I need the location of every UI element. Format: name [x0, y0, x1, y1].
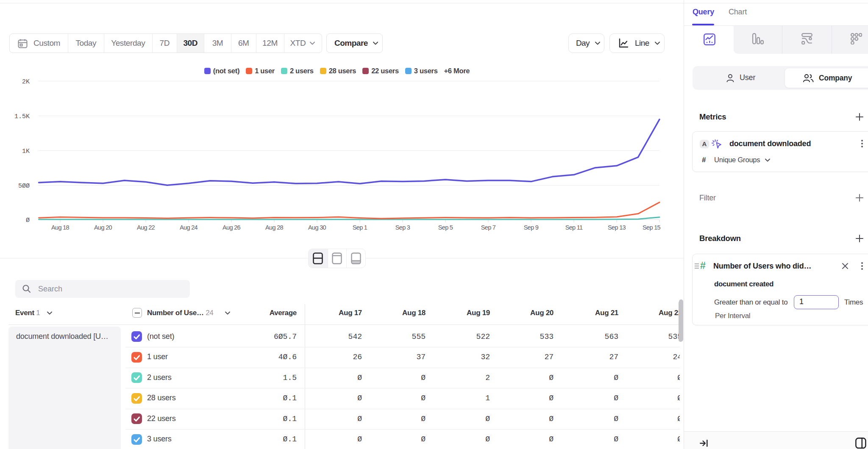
svg-text:Aug 22: Aug 22 — [137, 224, 155, 231]
svg-text:Sep 5: Sep 5 — [438, 224, 453, 231]
svg-text:Aug 30: Aug 30 — [308, 224, 326, 231]
svg-text:Sep 9: Sep 9 — [524, 224, 539, 231]
svg-text:Ø: Ø — [26, 217, 30, 224]
svg-text:1.5K: 1.5K — [14, 113, 30, 120]
svg-text:Aug 24: Aug 24 — [180, 224, 198, 231]
svg-text:Aug 18: Aug 18 — [51, 224, 69, 231]
svg-text:5ØØ: 5ØØ — [18, 183, 30, 190]
svg-text:Sep 13: Sep 13 — [608, 224, 626, 231]
svg-text:Sep 1: Sep 1 — [353, 224, 367, 231]
svg-text:Sep 15: Sep 15 — [643, 224, 660, 231]
svg-text:Sep 11: Sep 11 — [565, 224, 583, 231]
svg-text:Aug 26: Aug 26 — [223, 224, 240, 231]
svg-text:Sep 3: Sep 3 — [395, 224, 410, 231]
svg-text:Aug 20: Aug 20 — [94, 224, 112, 231]
svg-text:Sep 7: Sep 7 — [481, 224, 496, 231]
svg-text:1K: 1K — [22, 148, 30, 155]
svg-text:Aug 28: Aug 28 — [265, 224, 283, 231]
svg-text:2K: 2K — [22, 78, 30, 86]
